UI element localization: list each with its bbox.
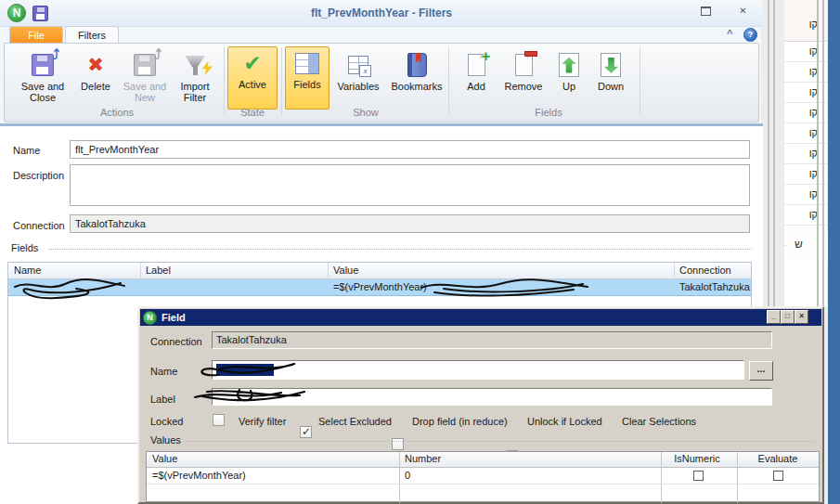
help-icon[interactable]: ? (743, 28, 757, 42)
drop-field-label: Drop field (in reduce) (412, 416, 508, 427)
tab-file[interactable]: File (9, 26, 63, 44)
select-excluded-checkbox[interactable] (392, 438, 404, 450)
select-excluded-label: Select Excluded (318, 416, 392, 427)
background-list-header-label: קו (784, 0, 827, 30)
name-input[interactable]: flt_PrevMonthYear (70, 140, 750, 159)
close-window-button[interactable]: ✕ (735, 4, 751, 18)
dialog-connection-label: Connection (150, 336, 202, 347)
dialog-app-icon: N (143, 311, 157, 325)
value-cell: =$(vPrevMonthYear) (147, 470, 246, 481)
tab-filters[interactable]: Filters (65, 26, 119, 44)
col-header-value[interactable]: Value (147, 453, 177, 464)
locked-label: Locked (150, 416, 183, 427)
import-filter-button[interactable]: Import Filter (170, 49, 220, 109)
show-fields-button[interactable]: Fields (285, 46, 330, 110)
number-cell: 0 (399, 470, 410, 481)
move-down-button[interactable]: Down (589, 49, 632, 109)
isnumeric-checkbox[interactable] (693, 471, 704, 481)
clear-selections-label: Clear Selections (622, 416, 696, 427)
fields-section-divider (48, 249, 752, 250)
group-label-show: Show (285, 107, 446, 120)
add-icon: + (456, 49, 497, 81)
fields-table-selected-row[interactable]: =$(vPrevMonthYear) TakalotTahzuka (8, 279, 751, 296)
background-list-rows: קוקוקוקוקוקוקוקוקוקו (784, 42, 827, 246)
field-dialog-titlebar: N Field (140, 309, 821, 326)
verify-filter-checkbox[interactable] (300, 426, 312, 438)
dialog-label-input[interactable] (212, 388, 772, 406)
connection-label: Connection (13, 220, 65, 231)
dialog-close-button[interactable]: ✕ (795, 310, 808, 324)
restore-window-button[interactable] (698, 4, 714, 18)
dialog-name-input[interactable] (212, 360, 744, 380)
dialog-maximize-button[interactable]: □ (781, 310, 795, 324)
name-label: Name (13, 145, 40, 156)
variables-grid-icon: x (331, 49, 385, 81)
dialog-title: Field (162, 312, 186, 323)
values-table: Value Number IsNumeric Evaluate =$(vPrev… (146, 451, 820, 502)
locked-checkbox[interactable] (213, 414, 225, 426)
background-list-item: קו (784, 83, 827, 103)
fields-grid-icon (286, 47, 329, 79)
fields-section-title: Fields (11, 242, 38, 253)
up-arrow-icon (550, 49, 588, 81)
col-header-number[interactable]: Number (399, 453, 441, 464)
dialog-connection-value: TakalotTahzuka (212, 331, 772, 349)
col-header-connection[interactable]: Connection (674, 265, 731, 276)
background-list-item: קו (784, 144, 827, 164)
background-list-item: קו (784, 205, 827, 226)
show-bookmarks-button[interactable]: Bookmarks (387, 49, 446, 109)
dialog-minimize-button[interactable]: _ (767, 310, 781, 324)
background-list-item: קו (784, 62, 827, 83)
window-title: flt_PrevMonthYear - Filters (0, 6, 763, 19)
selected-text-highlight (216, 364, 274, 376)
unlock-if-locked-label: Unlock if Locked (527, 416, 602, 427)
save-and-close-button[interactable]: ⤴ Save and Close (14, 49, 71, 109)
col-header-isnumeric[interactable]: IsNumeric (661, 453, 733, 464)
dialog-label-label: Label (150, 394, 175, 405)
delete-button[interactable]: ✖ Delete (73, 49, 118, 109)
description-label: Description (13, 170, 64, 181)
frame-divider (822, 0, 824, 306)
collapse-ribbon-icon[interactable]: ^ (727, 28, 732, 39)
background-list-item: קו (784, 123, 827, 144)
background-list-item: קו (784, 42, 827, 62)
col-header-value[interactable]: Value (328, 265, 358, 276)
field-dialog: N Field _ □ ✕ Connection TakalotTahzuka … (137, 306, 824, 504)
group-label-actions: Actions (14, 107, 220, 120)
verify-filter-label: Verify filter (239, 416, 286, 427)
show-variables-button[interactable]: x Variables (331, 49, 385, 109)
remove-icon (498, 49, 549, 81)
values-table-header: Value Number IsNumeric Evaluate (147, 452, 819, 468)
evaluate-checkbox[interactable] (773, 471, 783, 481)
add-field-button[interactable]: + Add (456, 49, 497, 109)
down-arrow-icon (589, 49, 632, 81)
row-value-cell: =$(vPrevMonthYear) (328, 281, 427, 292)
group-label-fields: Fields (456, 107, 641, 120)
active-button[interactable]: ✔ Active (227, 46, 278, 110)
col-header-name[interactable]: Name (8, 265, 41, 276)
save-new-icon: ⤴ (120, 49, 170, 81)
ribbon: ⤴ Save and Close ✖ Delete ⤴ Save and New… (4, 43, 759, 123)
group-label-state: State (227, 107, 278, 120)
col-header-evaluate[interactable]: Evaluate (737, 453, 819, 464)
import-filter-icon (170, 49, 220, 81)
description-input[interactable] (70, 164, 750, 206)
background-badge: ש (787, 232, 832, 262)
col-header-label[interactable]: Label (140, 265, 171, 276)
bookmarks-book-icon (387, 49, 446, 81)
values-table-row[interactable]: =$(vPrevMonthYear) 0 (147, 468, 819, 485)
screenshot-root: קו קוקוקוקוקוקוקוקוקוקו ש N flt_PrevMont… (0, 0, 840, 504)
active-check-icon: ✔ (228, 47, 277, 79)
row-connection-cell: TakalotTahzuka (674, 281, 750, 292)
background-list-item: קו (784, 185, 827, 205)
background-list-header: קו (784, 0, 827, 42)
values-section-divider (187, 441, 815, 442)
browse-name-button[interactable]: ... (749, 361, 773, 381)
background-list-item: קו (784, 103, 827, 123)
remove-field-button[interactable]: Remove (498, 49, 549, 109)
save-and-new-button: ⤴ Save and New (120, 49, 170, 109)
values-section-title: Values (150, 434, 181, 446)
save-close-icon: ⤴ (14, 49, 71, 81)
move-up-button[interactable]: Up (550, 49, 588, 109)
frame-divider (817, 0, 819, 306)
